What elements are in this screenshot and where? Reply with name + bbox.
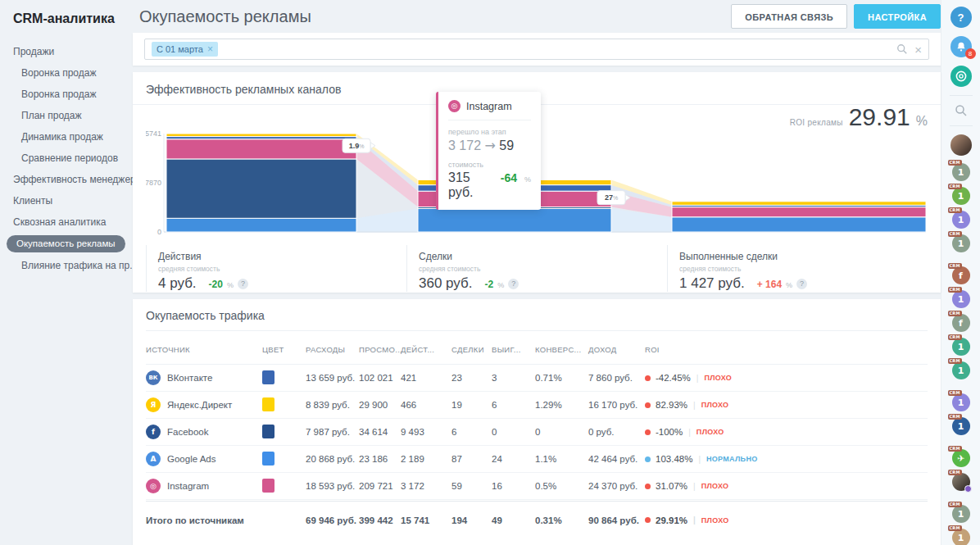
support-button[interactable] xyxy=(951,66,972,87)
svg-text:1.9%: 1.9% xyxy=(349,142,365,150)
roi-status-dot xyxy=(645,484,651,489)
funnel-segment[interactable] xyxy=(166,159,356,218)
funnel-segment[interactable] xyxy=(672,202,926,206)
funnel-segment[interactable] xyxy=(418,208,611,232)
chat-avatar[interactable]: 1CRM xyxy=(952,529,970,545)
help-icon[interactable]: ? xyxy=(508,279,519,289)
viber-badge xyxy=(964,485,972,493)
column-header[interactable]: ЦВЕТ xyxy=(262,345,306,354)
sidebar-item[interactable]: Сквозная аналитика xyxy=(0,211,133,233)
cell-deals: 23 xyxy=(451,373,492,383)
cell-deals: 59 xyxy=(451,481,492,491)
chat-avatar[interactable]: 1CRM xyxy=(952,505,970,523)
chat-avatar[interactable]: fCRM xyxy=(952,266,970,284)
help-icon[interactable]: ? xyxy=(796,279,807,289)
lifebuoy-icon xyxy=(955,70,968,83)
y-axis-tick: 7870 xyxy=(146,179,161,187)
source-name: ВКонтакте xyxy=(167,373,212,383)
column-header[interactable]: ИСТОЧНИК xyxy=(146,345,262,354)
crm-badge: CRM xyxy=(948,160,962,166)
chip-close-icon[interactable]: × xyxy=(207,42,213,57)
chat-avatar[interactable]: 1CRM xyxy=(952,290,970,308)
help-button[interactable]: ? xyxy=(951,7,972,28)
clear-filter-icon[interactable]: × xyxy=(914,43,922,56)
cell-costs: 18 593 руб. xyxy=(306,481,359,491)
roi-status-dot xyxy=(645,429,651,435)
sidebar-item[interactable]: Продажи xyxy=(0,41,133,62)
sidebar-item[interactable]: Динамика продаж xyxy=(0,126,133,148)
column-header[interactable]: РАСХОДЫ xyxy=(306,345,359,354)
filter-input[interactable]: С 01 марта × × xyxy=(144,39,929,60)
sidebar-item[interactable]: Окупаемость рекламы xyxy=(0,233,133,255)
sidebar-item[interactable]: Воронка продаж xyxy=(0,62,133,84)
channel-color-swatch xyxy=(262,397,274,411)
cell-views: 399 442 xyxy=(359,515,401,525)
feedback-button[interactable]: ОБРАТНАЯ СВЯЗЬ xyxy=(731,4,847,29)
funnel-stat: Действиясредняя стоимость4 руб.-20%? xyxy=(146,245,406,292)
sidebar-item[interactable]: Клиенты xyxy=(0,190,133,211)
cell-conversion: 0.31% xyxy=(535,515,588,525)
search-icon[interactable] xyxy=(896,43,908,55)
rail-search-icon[interactable] xyxy=(955,104,968,117)
y-axis-tick: 0 xyxy=(157,228,161,236)
вконтакте-icon: ВК xyxy=(146,370,161,385)
chat-avatar[interactable]: 1CRM xyxy=(952,187,970,205)
filter-chip[interactable]: С 01 марта × xyxy=(152,42,218,57)
notifications-button[interactable]: 8 xyxy=(951,36,972,57)
chat-avatar[interactable]: 1CRM xyxy=(952,393,970,411)
sidebar-item[interactable]: Влияние трафика на пр... xyxy=(0,255,133,276)
source-name: Итого по источникам xyxy=(146,515,244,525)
column-header[interactable]: ПРОСМО... xyxy=(359,345,401,354)
funnel-segment[interactable] xyxy=(166,218,356,232)
roi-value: 103.48% xyxy=(656,454,692,464)
chat-avatar-photo[interactable]: CRM xyxy=(952,473,970,491)
chat-avatar[interactable]: 1CRM xyxy=(952,234,970,252)
column-header[interactable]: ДОХОД xyxy=(588,345,645,354)
user-avatar[interactable] xyxy=(951,134,972,156)
chat-avatar[interactable]: 1CRM xyxy=(952,417,970,435)
crm-badge: CRM xyxy=(948,231,962,237)
funnel-segment[interactable] xyxy=(672,217,926,232)
source-name: Instagram xyxy=(167,481,209,491)
chat-avatar[interactable]: 1CRM xyxy=(952,211,970,229)
stat-title: Сделки xyxy=(419,251,667,262)
roi-status-label: НОРМАЛЬНО xyxy=(706,455,757,463)
sidebar-item-active-pill[interactable]: Окупаемость рекламы xyxy=(7,235,125,252)
settings-button[interactable]: НАСТРОЙКА xyxy=(854,4,941,29)
column-header[interactable]: ДЕЙСТ... xyxy=(401,345,451,354)
traffic-table-card: Окупаемость трафика ИСТОЧНИКЦВЕТРАСХОДЫП… xyxy=(133,299,941,545)
funnel-segment[interactable] xyxy=(166,139,356,159)
chat-avatar[interactable]: 1CRM xyxy=(952,361,970,379)
funnel-segment[interactable] xyxy=(166,134,356,137)
chat-avatar[interactable]: 1CRM xyxy=(952,338,970,356)
roi-status-dot xyxy=(645,402,651,408)
table-header-row: ИСТОЧНИКЦВЕТРАСХОДЫПРОСМО...ДЕЙСТ...СДЕЛ… xyxy=(146,334,928,365)
roi-label: ROI рекламы xyxy=(790,118,843,127)
svg-text:27%: 27% xyxy=(605,193,618,202)
sidebar-item[interactable]: План продаж xyxy=(0,105,133,126)
яндекс-директ-icon: Я xyxy=(146,397,161,412)
column-header[interactable]: ROI xyxy=(645,345,928,354)
chat-avatar[interactable]: 1CRM xyxy=(952,163,970,181)
channel-color-swatch xyxy=(262,479,274,493)
crm-badge: CRM xyxy=(948,414,962,420)
cell-actions: 2 189 xyxy=(401,454,451,464)
sidebar-item[interactable]: Сравнение периодов xyxy=(0,148,133,169)
help-icon[interactable]: ? xyxy=(238,279,248,289)
google-ads-icon: A xyxy=(146,452,161,466)
filter-card: С 01 марта × × xyxy=(133,33,941,66)
column-header[interactable]: СДЕЛКИ xyxy=(451,345,492,354)
roi-status-label: ПЛОХО xyxy=(704,374,732,382)
roi-status-label: ПЛОХО xyxy=(701,482,729,490)
chat-avatar[interactable]: fCRM xyxy=(952,314,970,332)
column-header[interactable]: ВЫИГ... xyxy=(492,345,535,354)
cell-conversion: 0.5% xyxy=(535,481,588,491)
sidebar-item[interactable]: Воронка продаж xyxy=(0,84,133,105)
stat-title: Действия xyxy=(158,251,406,262)
funnel-segment[interactable] xyxy=(672,207,926,217)
chat-avatar[interactable]: ✈CRM xyxy=(952,449,970,467)
table-title: Окупаемость трафика xyxy=(146,299,928,331)
sidebar-item[interactable]: Эффективность менеджер... xyxy=(0,169,133,190)
tooltip-flow: 3 172 → 59 xyxy=(448,138,531,153)
column-header[interactable]: КОНВЕРС... xyxy=(535,345,588,354)
